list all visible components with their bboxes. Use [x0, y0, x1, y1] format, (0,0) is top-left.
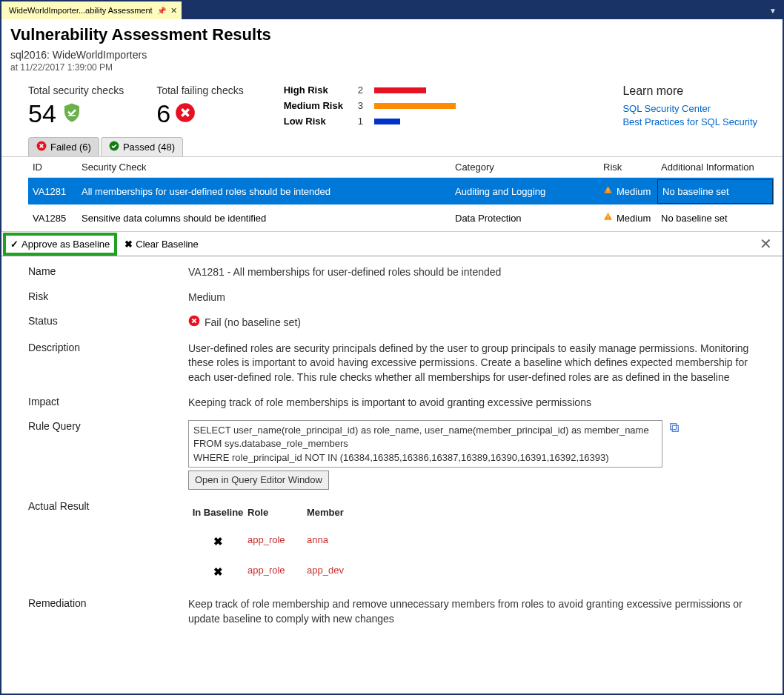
check-icon: ✓ [10, 239, 19, 250]
table-row[interactable]: VA1281 All memberships for user-defined … [28, 178, 774, 204]
detail-risk-label: Risk [28, 290, 188, 305]
title-bar: WideWorldImporter...ability Assessment 📌… [1, 1, 783, 19]
svg-rect-5 [608, 215, 608, 217]
clear-label: Clear Baseline [136, 239, 199, 250]
not-in-baseline-icon: ✖ [213, 565, 223, 578]
row-check: All memberships for user-defined roles s… [82, 186, 455, 197]
detail-name-value: VA1281 - All memberships for user-define… [188, 265, 768, 280]
rule-query-text[interactable]: SELECT user_name(role_principal_id) as r… [188, 420, 662, 468]
row-id: VA1281 [33, 186, 82, 197]
detail-status-label: Status [28, 315, 188, 331]
high-risk-bar [374, 87, 426, 93]
tab-title: WideWorldImporter...ability Assessment [9, 6, 153, 15]
actual-role: app_role [248, 564, 307, 579]
col-risk: Risk [603, 162, 661, 173]
detail-impact-label: Impact [28, 396, 188, 410]
close-detail-icon[interactable]: ✕ [755, 235, 777, 253]
close-tab-icon[interactable]: ✕ [170, 6, 177, 16]
actual-col-member: Member [307, 506, 366, 519]
svg-rect-8 [672, 425, 678, 431]
detail-remediation-label: Remediation [28, 597, 188, 626]
failing-checks-label: Total failing checks [156, 84, 244, 96]
row-risk: Medium [603, 185, 661, 197]
detail-remediation-value: Keep track of role membership and remove… [188, 597, 768, 626]
subtitle: sql2016: WideWorldImporters [10, 49, 774, 61]
fail-circle-icon [175, 102, 196, 126]
x-icon: ✖ [124, 239, 133, 250]
tab-passed-label: Passed (48) [123, 142, 175, 153]
copy-icon[interactable] [668, 422, 680, 433]
not-in-baseline-icon: ✖ [213, 535, 223, 548]
chevron-down-icon[interactable]: ▼ [769, 7, 777, 15]
medium-risk-label: Medium Risk [284, 100, 351, 111]
timestamp: at 11/22/2017 1:39:00 PM [10, 62, 774, 73]
document-tab[interactable]: WideWorldImporter...ability Assessment 📌… [1, 1, 182, 19]
warning-icon [603, 185, 613, 197]
detail-query-label: Rule Query [28, 420, 188, 490]
pin-icon[interactable]: 📌 [157, 7, 166, 15]
total-checks-label: Total security checks [28, 84, 124, 96]
link-sql-security-center[interactable]: SQL Security Center [622, 102, 757, 116]
detail-desc-label: Description [28, 342, 188, 385]
row-id: VA1285 [33, 213, 82, 224]
tab-failed[interactable]: Failed (6) [28, 137, 99, 156]
link-best-practices[interactable]: Best Practices for SQL Security [622, 116, 757, 129]
pass-icon [109, 141, 119, 153]
status-fail-icon [188, 315, 200, 331]
shield-check-icon [61, 102, 83, 127]
detail-actual-label: Actual Result [28, 500, 188, 587]
warning-icon [603, 212, 613, 224]
col-info: Additional Information [661, 162, 769, 173]
row-category: Data Protection [455, 213, 603, 224]
svg-rect-4 [608, 192, 608, 193]
row-info: No baseline set [661, 213, 769, 224]
actual-col-role: Role [248, 506, 307, 519]
table-header: ID Security Check Category Risk Addition… [28, 157, 774, 178]
detail-risk-value: Medium [188, 290, 768, 305]
approve-label: Approve as Baseline [21, 239, 110, 250]
detail-impact-value: Keeping track of role memberships is imp… [188, 396, 768, 410]
row-category: Auditing and Logging [455, 186, 603, 197]
detail-desc-value: User-defined roles are security principa… [188, 342, 768, 385]
row-check: Sensitive data columns should be identif… [82, 213, 455, 224]
high-risk-label: High Risk [284, 84, 351, 96]
actual-member: anna [307, 533, 366, 549]
table-row[interactable]: VA1285 Sensitive data columns should be … [28, 204, 774, 231]
svg-rect-6 [608, 219, 608, 219]
open-query-editor-button[interactable]: Open in Query Editor Window [188, 470, 329, 490]
learn-more-title: Learn more [622, 84, 757, 98]
actual-result-row: ✖ app_role app_dev [188, 556, 768, 587]
low-risk-bar [374, 119, 400, 124]
failing-checks-value: 6 [156, 99, 170, 128]
actual-result-row: ✖ app_role anna [188, 526, 768, 556]
row-risk: Medium [603, 212, 661, 224]
clear-baseline-button[interactable]: ✖ Clear Baseline [124, 239, 199, 250]
svg-rect-3 [608, 188, 608, 190]
col-category: Category [455, 162, 603, 173]
row-info: No baseline set [661, 186, 769, 197]
detail-status-value: Fail (no baseline set) [205, 316, 301, 330]
actual-col-baseline: In Baseline [188, 506, 248, 519]
approve-as-baseline-button[interactable]: ✓ Approve as Baseline [3, 233, 117, 256]
tab-failed-label: Failed (6) [50, 142, 91, 153]
tab-passed[interactable]: Passed (48) [101, 137, 183, 156]
actual-member: app_dev [307, 564, 366, 579]
fail-icon [36, 141, 47, 153]
page-title: Vulnerability Assessment Results [10, 25, 774, 44]
medium-risk-bar [374, 103, 456, 109]
high-risk-count: 2 [358, 84, 367, 96]
total-checks-value: 54 [28, 99, 56, 128]
low-risk-count: 1 [358, 116, 367, 127]
col-id: ID [33, 162, 82, 173]
detail-name-label: Name [28, 265, 188, 280]
titlebar-right: ▼ [182, 1, 783, 19]
low-risk-label: Low Risk [284, 116, 351, 127]
actual-role: app_role [248, 533, 307, 549]
col-check: Security Check [82, 162, 455, 173]
medium-risk-count: 3 [358, 100, 367, 111]
svg-rect-9 [671, 424, 677, 430]
